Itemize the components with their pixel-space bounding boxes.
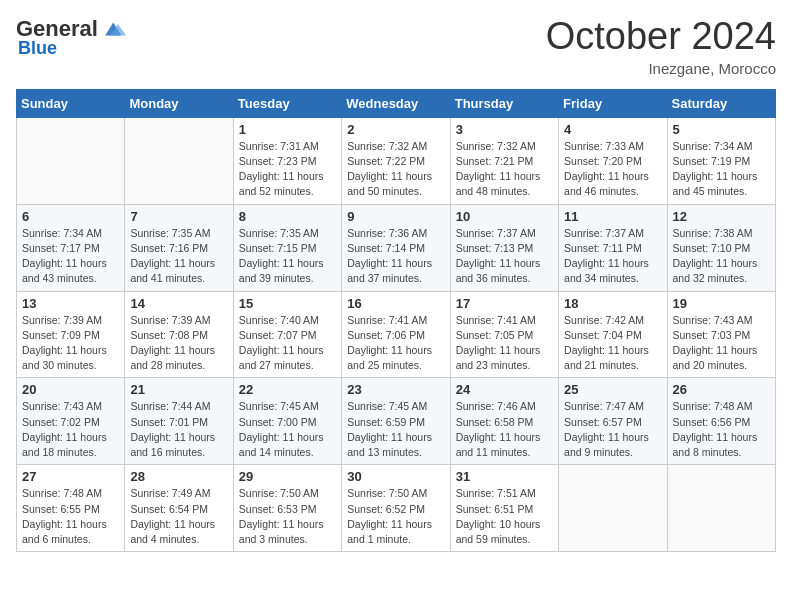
day-detail: Sunrise: 7:35 AM Sunset: 7:16 PM Dayligh… (130, 226, 227, 287)
day-detail: Sunrise: 7:42 AM Sunset: 7:04 PM Dayligh… (564, 313, 661, 374)
calendar-week-row: 1Sunrise: 7:31 AM Sunset: 7:23 PM Daylig… (17, 117, 776, 204)
day-detail: Sunrise: 7:51 AM Sunset: 6:51 PM Dayligh… (456, 486, 553, 547)
day-number: 19 (673, 296, 770, 311)
day-number: 16 (347, 296, 444, 311)
calendar-cell: 20Sunrise: 7:43 AM Sunset: 7:02 PM Dayli… (17, 378, 125, 465)
day-detail: Sunrise: 7:37 AM Sunset: 7:11 PM Dayligh… (564, 226, 661, 287)
calendar-week-row: 6Sunrise: 7:34 AM Sunset: 7:17 PM Daylig… (17, 204, 776, 291)
day-detail: Sunrise: 7:31 AM Sunset: 7:23 PM Dayligh… (239, 139, 336, 200)
day-number: 21 (130, 382, 227, 397)
calendar-header-row: SundayMondayTuesdayWednesdayThursdayFrid… (17, 89, 776, 117)
calendar-cell: 4Sunrise: 7:33 AM Sunset: 7:20 PM Daylig… (559, 117, 667, 204)
calendar-cell: 25Sunrise: 7:47 AM Sunset: 6:57 PM Dayli… (559, 378, 667, 465)
title-area: October 2024 Inezgane, Morocco (546, 16, 776, 77)
day-number: 11 (564, 209, 661, 224)
day-detail: Sunrise: 7:49 AM Sunset: 6:54 PM Dayligh… (130, 486, 227, 547)
calendar-cell (125, 117, 233, 204)
calendar-cell: 19Sunrise: 7:43 AM Sunset: 7:03 PM Dayli… (667, 291, 775, 378)
day-number: 14 (130, 296, 227, 311)
day-detail: Sunrise: 7:32 AM Sunset: 7:22 PM Dayligh… (347, 139, 444, 200)
calendar-cell: 3Sunrise: 7:32 AM Sunset: 7:21 PM Daylig… (450, 117, 558, 204)
column-header-sunday: Sunday (17, 89, 125, 117)
calendar-cell: 11Sunrise: 7:37 AM Sunset: 7:11 PM Dayli… (559, 204, 667, 291)
day-detail: Sunrise: 7:43 AM Sunset: 7:02 PM Dayligh… (22, 399, 119, 460)
calendar-cell: 17Sunrise: 7:41 AM Sunset: 7:05 PM Dayli… (450, 291, 558, 378)
calendar-cell: 6Sunrise: 7:34 AM Sunset: 7:17 PM Daylig… (17, 204, 125, 291)
day-detail: Sunrise: 7:40 AM Sunset: 7:07 PM Dayligh… (239, 313, 336, 374)
calendar-cell: 7Sunrise: 7:35 AM Sunset: 7:16 PM Daylig… (125, 204, 233, 291)
logo-icon (102, 19, 126, 39)
day-detail: Sunrise: 7:47 AM Sunset: 6:57 PM Dayligh… (564, 399, 661, 460)
calendar-cell: 1Sunrise: 7:31 AM Sunset: 7:23 PM Daylig… (233, 117, 341, 204)
calendar-cell: 28Sunrise: 7:49 AM Sunset: 6:54 PM Dayli… (125, 465, 233, 552)
calendar-cell: 10Sunrise: 7:37 AM Sunset: 7:13 PM Dayli… (450, 204, 558, 291)
calendar-week-row: 20Sunrise: 7:43 AM Sunset: 7:02 PM Dayli… (17, 378, 776, 465)
day-number: 22 (239, 382, 336, 397)
day-number: 12 (673, 209, 770, 224)
day-number: 5 (673, 122, 770, 137)
day-number: 8 (239, 209, 336, 224)
calendar-cell: 13Sunrise: 7:39 AM Sunset: 7:09 PM Dayli… (17, 291, 125, 378)
day-number: 6 (22, 209, 119, 224)
column-header-tuesday: Tuesday (233, 89, 341, 117)
day-number: 10 (456, 209, 553, 224)
day-number: 3 (456, 122, 553, 137)
column-header-monday: Monday (125, 89, 233, 117)
day-number: 1 (239, 122, 336, 137)
day-detail: Sunrise: 7:39 AM Sunset: 7:09 PM Dayligh… (22, 313, 119, 374)
day-number: 27 (22, 469, 119, 484)
day-number: 7 (130, 209, 227, 224)
day-number: 28 (130, 469, 227, 484)
calendar-cell: 30Sunrise: 7:50 AM Sunset: 6:52 PM Dayli… (342, 465, 450, 552)
calendar-cell: 15Sunrise: 7:40 AM Sunset: 7:07 PM Dayli… (233, 291, 341, 378)
calendar-cell: 8Sunrise: 7:35 AM Sunset: 7:15 PM Daylig… (233, 204, 341, 291)
day-detail: Sunrise: 7:36 AM Sunset: 7:14 PM Dayligh… (347, 226, 444, 287)
day-detail: Sunrise: 7:39 AM Sunset: 7:08 PM Dayligh… (130, 313, 227, 374)
logo-area: General Blue (16, 16, 126, 59)
day-detail: Sunrise: 7:38 AM Sunset: 7:10 PM Dayligh… (673, 226, 770, 287)
calendar-cell: 12Sunrise: 7:38 AM Sunset: 7:10 PM Dayli… (667, 204, 775, 291)
day-number: 18 (564, 296, 661, 311)
calendar-cell: 22Sunrise: 7:45 AM Sunset: 7:00 PM Dayli… (233, 378, 341, 465)
month-title: October 2024 (546, 16, 776, 58)
calendar-cell: 14Sunrise: 7:39 AM Sunset: 7:08 PM Dayli… (125, 291, 233, 378)
calendar-week-row: 13Sunrise: 7:39 AM Sunset: 7:09 PM Dayli… (17, 291, 776, 378)
day-number: 31 (456, 469, 553, 484)
calendar-cell: 31Sunrise: 7:51 AM Sunset: 6:51 PM Dayli… (450, 465, 558, 552)
day-detail: Sunrise: 7:41 AM Sunset: 7:05 PM Dayligh… (456, 313, 553, 374)
calendar-cell: 29Sunrise: 7:50 AM Sunset: 6:53 PM Dayli… (233, 465, 341, 552)
calendar-cell: 21Sunrise: 7:44 AM Sunset: 7:01 PM Dayli… (125, 378, 233, 465)
day-detail: Sunrise: 7:43 AM Sunset: 7:03 PM Dayligh… (673, 313, 770, 374)
day-detail: Sunrise: 7:44 AM Sunset: 7:01 PM Dayligh… (130, 399, 227, 460)
calendar-cell (667, 465, 775, 552)
day-number: 2 (347, 122, 444, 137)
day-detail: Sunrise: 7:41 AM Sunset: 7:06 PM Dayligh… (347, 313, 444, 374)
calendar-cell: 26Sunrise: 7:48 AM Sunset: 6:56 PM Dayli… (667, 378, 775, 465)
day-detail: Sunrise: 7:48 AM Sunset: 6:56 PM Dayligh… (673, 399, 770, 460)
day-number: 9 (347, 209, 444, 224)
day-number: 15 (239, 296, 336, 311)
column-header-thursday: Thursday (450, 89, 558, 117)
calendar-cell: 23Sunrise: 7:45 AM Sunset: 6:59 PM Dayli… (342, 378, 450, 465)
day-detail: Sunrise: 7:37 AM Sunset: 7:13 PM Dayligh… (456, 226, 553, 287)
day-number: 17 (456, 296, 553, 311)
column-header-friday: Friday (559, 89, 667, 117)
day-number: 23 (347, 382, 444, 397)
day-number: 13 (22, 296, 119, 311)
calendar-cell: 27Sunrise: 7:48 AM Sunset: 6:55 PM Dayli… (17, 465, 125, 552)
day-number: 26 (673, 382, 770, 397)
day-detail: Sunrise: 7:50 AM Sunset: 6:53 PM Dayligh… (239, 486, 336, 547)
calendar-week-row: 27Sunrise: 7:48 AM Sunset: 6:55 PM Dayli… (17, 465, 776, 552)
day-number: 30 (347, 469, 444, 484)
day-number: 29 (239, 469, 336, 484)
day-detail: Sunrise: 7:35 AM Sunset: 7:15 PM Dayligh… (239, 226, 336, 287)
day-number: 20 (22, 382, 119, 397)
column-header-saturday: Saturday (667, 89, 775, 117)
page-header: General Blue October 2024 Inezgane, Moro… (16, 16, 776, 77)
day-detail: Sunrise: 7:50 AM Sunset: 6:52 PM Dayligh… (347, 486, 444, 547)
day-detail: Sunrise: 7:34 AM Sunset: 7:19 PM Dayligh… (673, 139, 770, 200)
day-number: 4 (564, 122, 661, 137)
logo-blue-text: Blue (18, 38, 57, 59)
day-detail: Sunrise: 7:33 AM Sunset: 7:20 PM Dayligh… (564, 139, 661, 200)
day-number: 25 (564, 382, 661, 397)
